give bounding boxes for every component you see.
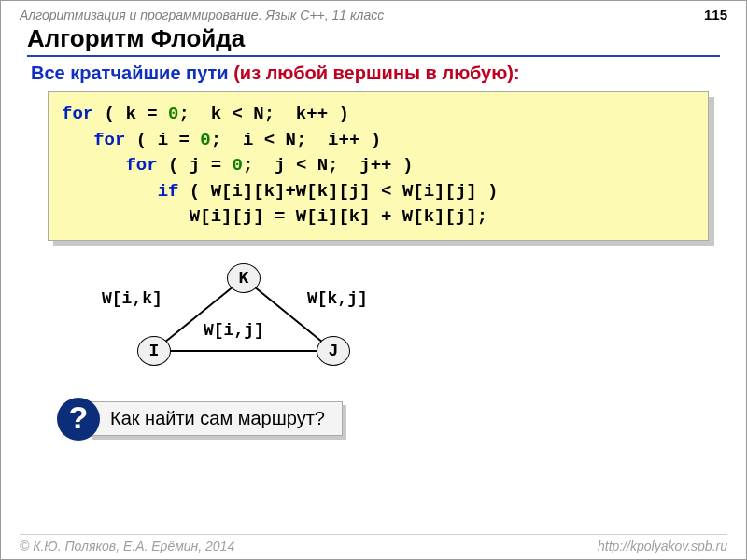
edge-label-kj: W[k,j] [307, 289, 368, 308]
code-l3a: ( j = [158, 155, 233, 175]
indent-3 [62, 155, 125, 175]
footer: © К.Ю. Поляков, Е.А. Ерёмин, 2014 http:/… [20, 534, 727, 553]
code-l2a: ( i = [125, 130, 200, 150]
question-row: ? Как найти сам маршрут? [57, 398, 746, 441]
question-text: Как найти сам маршрут? [89, 401, 343, 436]
node-k: K [227, 263, 261, 293]
code-l1a: ( k = [93, 104, 168, 124]
indent-2 [62, 130, 93, 150]
graph-diagram: K I J W[i,k] W[k,j] W[i,j] [94, 259, 449, 371]
code-l3b: ; j < N; j++ ) [243, 155, 413, 175]
title-text: Алгоритм Флойда [27, 24, 245, 52]
subtitle-prefix: Все кратчайшие пути [31, 63, 233, 83]
kw-for-3: for [125, 155, 157, 175]
node-j: J [317, 336, 350, 366]
kw-for-2: for [93, 130, 125, 150]
subtitle-paren: (из любой вершины в любую): [233, 63, 519, 83]
num-0-1: 0 [168, 104, 178, 124]
kw-for-1: for [62, 104, 93, 124]
num-0-2: 0 [200, 130, 210, 150]
edge-label-ij: W[i,j] [204, 321, 264, 340]
code-block: for ( k = 0; k < N; k++ ) for ( i = 0; i… [48, 91, 709, 241]
num-0-3: 0 [232, 155, 242, 175]
code-l5: W[i][j] = W[i][k] + W[k][j]; [190, 206, 487, 227]
question-mark-icon: ? [57, 398, 100, 441]
footer-copyright: © К.Ю. Поляков, Е.А. Ерёмин, 2014 [20, 539, 234, 553]
node-i: I [137, 336, 171, 366]
question-box-wrap: Как найти сам маршрут? [89, 401, 343, 436]
footer-url: http://kpolyakov.spb.ru [598, 539, 727, 553]
indent-5 [62, 206, 190, 227]
slide: Алгоритмизация и программирование. Язык … [0, 0, 747, 560]
kw-if: if [158, 181, 179, 202]
edge-label-ik: W[i,k] [102, 289, 162, 308]
subtitle: Все кратчайшие пути (из любой вершины в … [31, 63, 720, 84]
svg-line-0 [154, 278, 244, 351]
code-l2b: ; i < N; i++ ) [211, 130, 381, 150]
code-l1b: ; k < N; k++ ) [178, 104, 348, 124]
indent-4 [62, 181, 158, 202]
code-box: for ( k = 0; k < N; k++ ) for ( i = 0; i… [48, 91, 709, 241]
slide-title: Алгоритм Флойда [27, 24, 720, 57]
course-name: Алгоритмизация и программирование. Язык … [20, 7, 384, 22]
code-l4: ( W[i][k]+W[k][j] < W[i][j] ) [178, 181, 498, 202]
page-number: 115 [704, 7, 727, 22]
header-bar: Алгоритмизация и программирование. Язык … [1, 1, 746, 24]
